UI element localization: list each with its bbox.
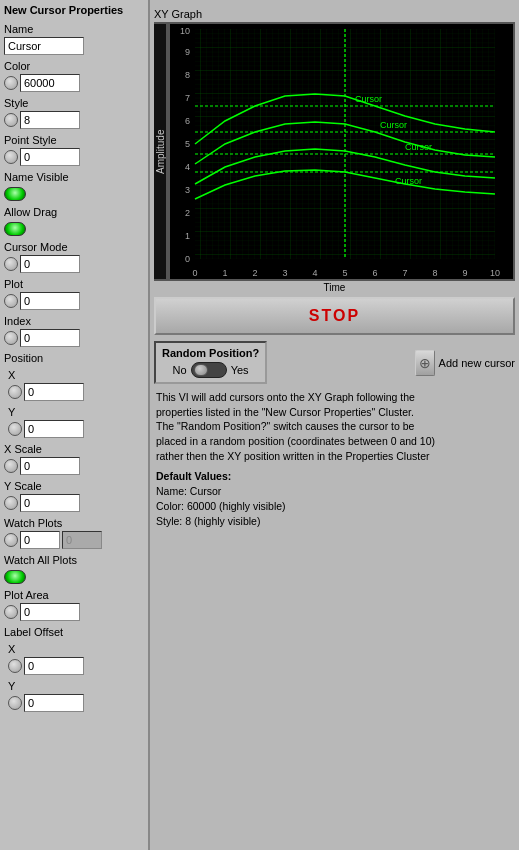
svg-text:1: 1 [185, 231, 190, 241]
style-label: Style [4, 97, 144, 109]
allow-drag-led[interactable] [4, 222, 26, 236]
svg-text:5: 5 [185, 139, 190, 149]
default3: Style: 8 (highly visible) [156, 514, 513, 529]
watch-plots-input2 [62, 531, 102, 549]
position-label: Position [4, 352, 144, 364]
name-label: Name [4, 23, 144, 35]
random-position-toggle[interactable] [191, 362, 227, 378]
stop-button[interactable]: STOP [154, 297, 515, 335]
label-x-input[interactable] [24, 657, 84, 675]
watch-plots-label: Watch Plots [4, 517, 144, 529]
info-area: This VI will add cursors onto the XY Gra… [154, 388, 515, 530]
info-line2: properties listed in the "New Cursor Pro… [156, 405, 513, 420]
x-axis-label: Time [154, 282, 515, 293]
pos-y-input[interactable] [24, 420, 84, 438]
index-input[interactable] [20, 329, 80, 347]
svg-text:9: 9 [462, 268, 467, 278]
plot-label: Plot [4, 278, 144, 290]
svg-text:0: 0 [192, 268, 197, 278]
cursor-mode-input[interactable] [20, 255, 80, 273]
color-knob[interactable] [4, 76, 18, 90]
point-style-input[interactable] [20, 148, 80, 166]
pos-x-knob[interactable] [8, 385, 22, 399]
svg-text:Cursor: Cursor [395, 176, 422, 186]
pos-x-input[interactable] [24, 383, 84, 401]
style-input[interactable] [20, 111, 80, 129]
point-style-knob[interactable] [4, 150, 18, 164]
pos-x-label: X [8, 369, 144, 381]
svg-text:Cursor: Cursor [355, 94, 382, 104]
add-cursor-button[interactable]: ⊕ [415, 350, 435, 376]
add-cursor-label: Add new cursor [439, 357, 515, 369]
svg-text:7: 7 [402, 268, 407, 278]
label-x-label: X [8, 643, 144, 655]
svg-text:4: 4 [185, 162, 190, 172]
label-y-input[interactable] [24, 694, 84, 712]
svg-text:1: 1 [222, 268, 227, 278]
svg-text:5: 5 [342, 268, 347, 278]
plot-area-knob[interactable] [4, 605, 18, 619]
toggle-knob [194, 364, 208, 376]
plot-knob[interactable] [4, 294, 18, 308]
y-axis-label: Amplitude [154, 22, 168, 281]
x-scale-input[interactable] [20, 457, 80, 475]
svg-text:3: 3 [282, 268, 287, 278]
svg-text:2: 2 [185, 208, 190, 218]
random-yes-label: Yes [231, 364, 249, 376]
svg-text:9: 9 [185, 47, 190, 57]
defaults-title: Default Values: [156, 470, 231, 482]
index-label: Index [4, 315, 144, 327]
info-line1: This VI will add cursors onto the XY Gra… [156, 390, 513, 405]
x-scale-label: X Scale [4, 443, 144, 455]
xy-graph: 0 1 2 3 4 5 6 7 8 9 10 0 1 2 3 4 [170, 24, 500, 279]
random-position-label: Random Position? [162, 347, 259, 359]
svg-text:6: 6 [185, 116, 190, 126]
plot-area-input[interactable] [20, 603, 80, 621]
random-no-label: No [173, 364, 187, 376]
graph-area: XY Graph Amplitude [154, 8, 515, 293]
watch-plots-knob1[interactable] [4, 533, 18, 547]
cursor-mode-knob[interactable] [4, 257, 18, 271]
info-line3: The "Random Position?" switch causes the… [156, 419, 513, 434]
plot-area-label: Plot Area [4, 589, 144, 601]
label-x-knob[interactable] [8, 659, 22, 673]
watch-plots-input1[interactable] [20, 531, 60, 549]
svg-text:2: 2 [252, 268, 257, 278]
cursor-mode-label: Cursor Mode [4, 241, 144, 253]
svg-text:4: 4 [312, 268, 317, 278]
random-position-control: Random Position? No Yes [154, 341, 267, 384]
label-offset-label: Label Offset [4, 626, 144, 638]
x-scale-knob[interactable] [4, 459, 18, 473]
defaults-label: Default Values: [156, 469, 513, 484]
watch-all-plots-led[interactable] [4, 570, 26, 584]
style-knob[interactable] [4, 113, 18, 127]
svg-text:6: 6 [372, 268, 377, 278]
label-y-label: Y [8, 680, 144, 692]
right-panel: XY Graph Amplitude [150, 0, 519, 850]
y-scale-knob[interactable] [4, 496, 18, 510]
index-knob[interactable] [4, 331, 18, 345]
svg-text:7: 7 [185, 93, 190, 103]
svg-text:3: 3 [185, 185, 190, 195]
plot-input[interactable] [20, 292, 80, 310]
watch-all-plots-label: Watch All Plots [4, 554, 144, 566]
svg-text:10: 10 [490, 268, 500, 278]
graph-title: XY Graph [154, 8, 515, 20]
svg-text:8: 8 [185, 70, 190, 80]
pos-y-knob[interactable] [8, 422, 22, 436]
point-style-label: Point Style [4, 134, 144, 146]
label-y-knob[interactable] [8, 696, 22, 710]
controls-row: Random Position? No Yes ⊕ Add new cursor [154, 341, 515, 384]
default1: Name: Cursor [156, 484, 513, 499]
y-scale-input[interactable] [20, 494, 80, 512]
color-input[interactable] [20, 74, 80, 92]
y-scale-label: Y Scale [4, 480, 144, 492]
name-visible-label: Name Visible [4, 171, 144, 183]
add-cursor-area: ⊕ Add new cursor [415, 350, 515, 376]
svg-text:Cursor: Cursor [380, 120, 407, 130]
panel-title: New Cursor Properties [4, 4, 144, 16]
left-panel: New Cursor Properties Name Color Style P… [0, 0, 150, 850]
svg-text:0: 0 [185, 254, 190, 264]
name-input[interactable] [4, 37, 84, 55]
name-visible-led[interactable] [4, 187, 26, 201]
